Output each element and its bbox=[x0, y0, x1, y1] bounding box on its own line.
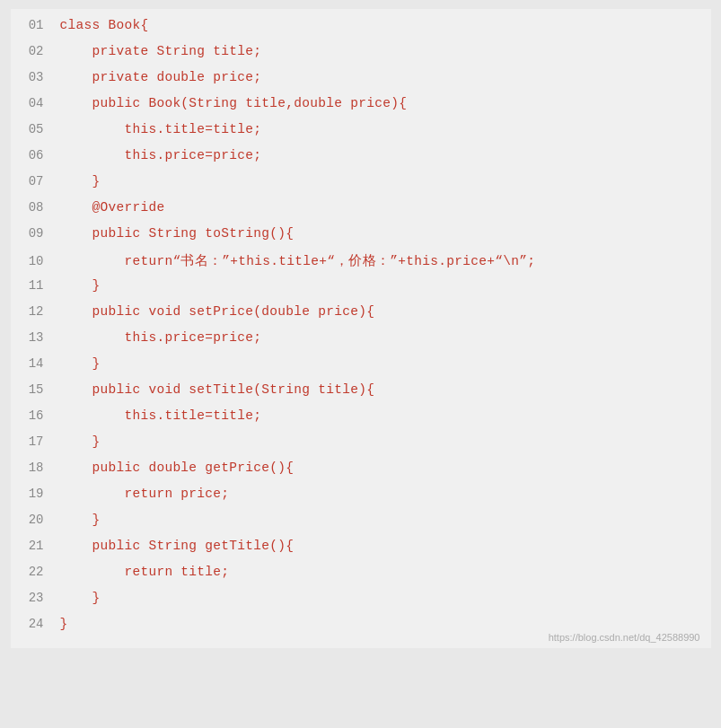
line-number: 18 bbox=[11, 460, 60, 475]
line-number: 13 bbox=[11, 330, 60, 345]
line-number: 24 bbox=[11, 617, 60, 631]
line-number: 05 bbox=[11, 122, 60, 136]
code-text: public Book(String title,double price){ bbox=[60, 96, 408, 110]
line-number: 01 bbox=[11, 18, 60, 32]
code-text: } bbox=[60, 617, 68, 631]
code-text: } bbox=[60, 513, 101, 527]
code-text: this.price=price; bbox=[60, 330, 262, 345]
code-text: private String title; bbox=[60, 44, 262, 58]
table-row: 08 @Override bbox=[11, 198, 711, 224]
code-text: class Book{ bbox=[60, 18, 149, 32]
line-number: 04 bbox=[11, 96, 60, 110]
table-row: 06 this.price=price; bbox=[11, 146, 711, 172]
line-number: 17 bbox=[11, 434, 60, 449]
code-text: @Override bbox=[60, 200, 165, 215]
table-row: 05 this.title=title; bbox=[11, 120, 711, 146]
line-number: 21 bbox=[11, 539, 60, 553]
table-row: 17 } bbox=[11, 433, 711, 459]
table-row: 04 public Book(String title,double price… bbox=[11, 94, 711, 120]
code-text: return title; bbox=[60, 565, 230, 579]
code-text: } bbox=[60, 591, 101, 605]
table-row: 23 } bbox=[11, 589, 711, 615]
code-text: } bbox=[60, 174, 101, 189]
code-text: public void setPrice(double price){ bbox=[60, 304, 375, 319]
table-row: 07 } bbox=[11, 172, 711, 198]
table-row: 01class Book{ bbox=[11, 16, 711, 42]
table-row: 09 public String toString(){ bbox=[11, 224, 711, 250]
code-text: return price; bbox=[60, 487, 230, 501]
line-number: 11 bbox=[11, 278, 60, 293]
code-text: public String getTitle(){ bbox=[60, 539, 295, 553]
line-number: 03 bbox=[11, 70, 60, 84]
line-number: 14 bbox=[11, 356, 60, 371]
line-number: 15 bbox=[11, 382, 60, 397]
line-number: 02 bbox=[11, 44, 60, 58]
table-row: 18 public double getPrice(){ bbox=[11, 459, 711, 485]
code-text: this.title=title; bbox=[60, 122, 262, 136]
line-number: 09 bbox=[11, 226, 60, 241]
line-number: 19 bbox=[11, 487, 60, 501]
code-text: public double getPrice(){ bbox=[60, 460, 295, 475]
code-text: this.price=price; bbox=[60, 148, 262, 162]
line-number: 12 bbox=[11, 304, 60, 319]
table-row: 15 public void setTitle(String title){ bbox=[11, 381, 711, 407]
code-text: private double price; bbox=[60, 70, 262, 84]
table-row: 22 return title; bbox=[11, 563, 711, 589]
table-row: 02 private String title; bbox=[11, 42, 711, 68]
code-block: 01class Book{02 private String title;03 … bbox=[11, 9, 711, 648]
code-text: public void setTitle(String title){ bbox=[60, 382, 375, 397]
table-row: 12 public void setPrice(double price){ bbox=[11, 303, 711, 329]
code-text: public String toString(){ bbox=[60, 226, 295, 241]
table-row: 16 this.title=title; bbox=[11, 407, 711, 433]
code-text: this.title=title; bbox=[60, 408, 262, 423]
line-number: 22 bbox=[11, 565, 60, 579]
table-row: 13 this.price=price; bbox=[11, 329, 711, 355]
code-text: } bbox=[60, 434, 101, 449]
line-number: 20 bbox=[11, 513, 60, 527]
table-row: 10 return“书名：”+this.title+“，价格：”+this.pr… bbox=[11, 250, 711, 276]
table-row: 11 } bbox=[11, 276, 711, 303]
line-number: 16 bbox=[11, 408, 60, 423]
table-row: 20 } bbox=[11, 511, 711, 537]
table-row: 14 } bbox=[11, 355, 711, 381]
line-number: 06 bbox=[11, 148, 60, 162]
table-row: 19 return price; bbox=[11, 485, 711, 511]
code-text: } bbox=[60, 356, 101, 371]
line-number: 10 bbox=[11, 254, 60, 268]
table-row: 21 public String getTitle(){ bbox=[11, 537, 711, 563]
code-text: } bbox=[60, 278, 101, 293]
line-number: 07 bbox=[11, 174, 60, 189]
code-text: return“书名：”+this.title+“，价格：”+this.price… bbox=[60, 252, 536, 269]
line-number: 23 bbox=[11, 591, 60, 605]
table-row: 03 private double price; bbox=[11, 68, 711, 94]
line-number: 08 bbox=[11, 200, 60, 215]
watermark: https://blog.csdn.net/dq_42588990 bbox=[549, 632, 700, 643]
